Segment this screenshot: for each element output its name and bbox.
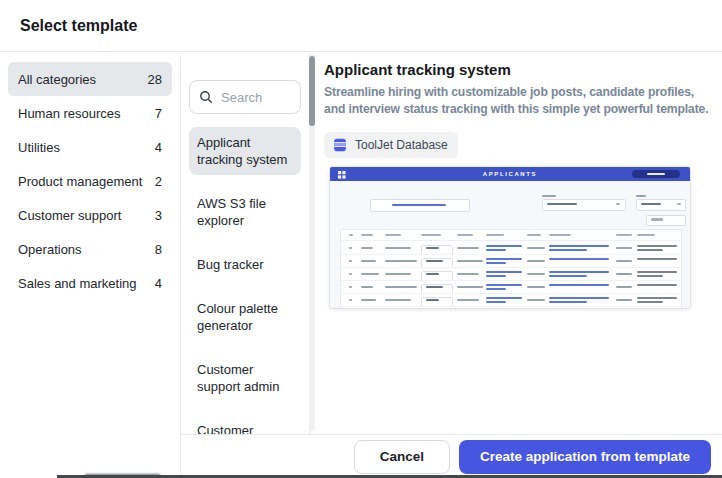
preview-bar bbox=[361, 234, 373, 236]
category-count: 3 bbox=[155, 208, 162, 223]
preview-bar bbox=[385, 247, 411, 249]
preview-bar bbox=[457, 260, 483, 262]
preview-bar bbox=[341, 280, 681, 281]
preview-bar bbox=[549, 284, 609, 286]
template-item-colour-palette-generator[interactable]: Colour palette generator bbox=[189, 293, 301, 341]
preview-bar bbox=[341, 306, 681, 307]
scrollbar-track[interactable] bbox=[309, 54, 315, 431]
preview-bar bbox=[637, 249, 663, 251]
preview-bar bbox=[349, 260, 352, 262]
search-box[interactable] bbox=[189, 80, 301, 114]
category-label: Customer support bbox=[18, 208, 121, 223]
preview-bar bbox=[486, 258, 522, 260]
search-icon bbox=[199, 90, 213, 104]
preview-bar bbox=[486, 301, 506, 303]
preview-bar bbox=[349, 234, 353, 236]
preview-bar bbox=[527, 273, 545, 275]
preview-bar bbox=[385, 234, 401, 236]
create-application-button[interactable]: Create application from template bbox=[459, 440, 711, 474]
database-icon bbox=[332, 137, 348, 153]
preview-bar bbox=[486, 288, 506, 290]
preview-bar bbox=[486, 249, 506, 251]
preview-bar bbox=[549, 301, 587, 303]
category-count: 4 bbox=[155, 140, 162, 155]
category-label: Product management bbox=[18, 174, 142, 189]
preview-bar bbox=[349, 247, 352, 249]
category-label: Sales and marketing bbox=[18, 276, 137, 291]
preview-bar bbox=[385, 286, 417, 288]
preview-bar bbox=[385, 299, 411, 301]
preview-bar bbox=[549, 249, 587, 251]
preview-bar bbox=[361, 260, 376, 262]
preview-bar bbox=[486, 271, 522, 273]
template-item-bug-tracker[interactable]: Bug tracker bbox=[189, 249, 301, 280]
select-template-dialog: Select template All categories28Human re… bbox=[0, 0, 722, 478]
preview-bar bbox=[527, 260, 545, 262]
category-label: Human resources bbox=[18, 106, 121, 121]
preview-bar bbox=[349, 299, 352, 301]
template-item-customer-support-admin[interactable]: Customer support admin bbox=[189, 354, 301, 402]
template-description: Streamline hiring with customizable job … bbox=[324, 84, 710, 118]
preview-bar bbox=[421, 234, 441, 236]
preview-bar bbox=[486, 297, 522, 299]
preview-bar bbox=[457, 247, 479, 249]
preview-bar bbox=[549, 297, 609, 299]
preview-bar bbox=[549, 271, 609, 273]
preview-bar bbox=[361, 286, 373, 288]
preview-bar bbox=[527, 247, 545, 249]
preview-bar bbox=[349, 273, 352, 275]
preview-bar bbox=[341, 267, 681, 268]
category-label: Operations bbox=[18, 242, 82, 257]
template-list-column: Applicant tracking systemAWS S3 file exp… bbox=[181, 53, 310, 478]
preview-bar bbox=[677, 203, 681, 205]
sidebar-item-all-categories[interactable]: All categories28 bbox=[8, 62, 172, 96]
preview-bar bbox=[457, 273, 479, 275]
category-label: Utilities bbox=[18, 140, 60, 155]
dialog-body: All categories28Human resources7Utilitie… bbox=[0, 53, 722, 478]
preview-bar bbox=[637, 301, 663, 303]
template-detail-panel: Applicant tracking system Streamline hir… bbox=[310, 53, 722, 478]
preview-bar bbox=[349, 286, 352, 288]
preview-bar bbox=[616, 299, 632, 301]
preview-bar bbox=[637, 297, 677, 299]
scrollbar-thumb[interactable] bbox=[309, 56, 315, 126]
page-title: Select template bbox=[20, 17, 137, 35]
sidebar-item-product-management[interactable]: Product management2 bbox=[8, 164, 172, 198]
preview-bar bbox=[636, 195, 646, 197]
preview-bar bbox=[341, 240, 681, 241]
preview-bar bbox=[457, 234, 473, 236]
category-count: 7 bbox=[155, 106, 162, 121]
preview-header-button bbox=[632, 170, 680, 178]
preview-bar bbox=[616, 273, 632, 275]
dialog-footer: Cancel Create application from template bbox=[181, 434, 722, 478]
template-item-aws-s3-file-explorer[interactable]: AWS S3 file explorer bbox=[189, 188, 301, 236]
preview-bar bbox=[616, 234, 632, 236]
datasource-tag: ToolJet Database bbox=[324, 132, 458, 158]
template-title: Applicant tracking system bbox=[324, 61, 710, 78]
preview-bar bbox=[486, 284, 522, 286]
sidebar-item-human-resources[interactable]: Human resources7 bbox=[8, 96, 172, 130]
preview-bar bbox=[549, 234, 571, 236]
template-item-applicant-tracking-system[interactable]: Applicant tracking system bbox=[189, 127, 301, 175]
preview-status-badge bbox=[421, 297, 453, 307]
preview-bar bbox=[361, 273, 379, 275]
datasource-tag-label: ToolJet Database bbox=[355, 138, 448, 152]
sidebar-item-operations[interactable]: Operations8 bbox=[8, 232, 172, 266]
sidebar-item-utilities[interactable]: Utilities4 bbox=[8, 130, 172, 164]
category-label: All categories bbox=[18, 72, 96, 87]
preview-bar bbox=[486, 275, 506, 277]
preview-bar bbox=[527, 234, 541, 236]
search-input[interactable] bbox=[219, 89, 294, 106]
cancel-button[interactable]: Cancel bbox=[354, 440, 450, 474]
preview-table bbox=[340, 229, 682, 308]
preview-bar bbox=[616, 203, 620, 205]
preview-bar bbox=[542, 195, 556, 197]
preview-bar bbox=[637, 234, 655, 236]
preview-bar bbox=[549, 275, 587, 277]
sidebar-item-sales-and-marketing[interactable]: Sales and marketing4 bbox=[8, 266, 172, 300]
preview-bar bbox=[637, 275, 663, 277]
sidebar-item-customer-support[interactable]: Customer support3 bbox=[8, 198, 172, 232]
dialog-header: Select template bbox=[0, 0, 722, 52]
preview-bar bbox=[616, 286, 632, 288]
preview-bar bbox=[549, 245, 609, 247]
